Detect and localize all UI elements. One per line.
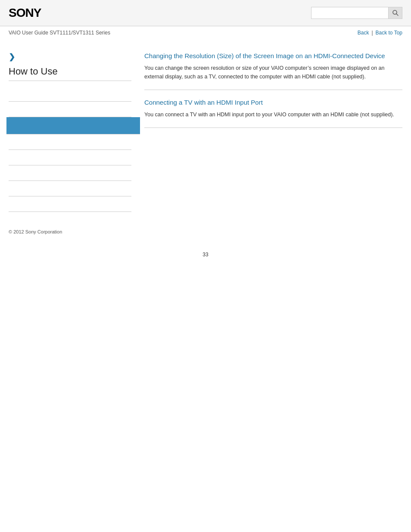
- article-1-description: You can change the screen resolution or …: [144, 64, 402, 90]
- content-area: Changing the Resolution (Size) of the Sc…: [140, 44, 402, 212]
- article-2-description: You can connect a TV with an HDMI input …: [144, 110, 402, 128]
- sidebar-item-4[interactable]: [9, 134, 131, 150]
- search-icon: [392, 9, 399, 16]
- sony-logo: SONY: [9, 6, 41, 20]
- search-input[interactable]: [311, 7, 389, 19]
- nav-right: Back | Back to Top: [358, 30, 402, 36]
- breadcrumb-arrow[interactable]: ❯: [9, 52, 131, 62]
- article-2: Connecting a TV with an HDMI Input Port …: [144, 99, 402, 128]
- back-to-top-link[interactable]: Back to Top: [376, 30, 402, 36]
- search-button[interactable]: [389, 7, 402, 19]
- back-link[interactable]: Back: [358, 30, 369, 36]
- article-1-title[interactable]: Changing the Resolution (Size) of the Sc…: [144, 52, 402, 59]
- sidebar-item-7[interactable]: [9, 181, 131, 196]
- page-number: 33: [0, 243, 411, 266]
- copyright: © 2012 Sony Corporation: [9, 229, 62, 234]
- search-container: [311, 7, 402, 19]
- back-to-top-label: Back to Top: [376, 30, 402, 36]
- sidebar-item-5[interactable]: [9, 150, 131, 165]
- section-title: How to Use: [9, 66, 131, 81]
- sidebar-item-6[interactable]: [9, 165, 131, 181]
- sidebar-item-8[interactable]: [9, 196, 131, 212]
- main-content: ❯ How to Use: [0, 39, 411, 221]
- article-2-title[interactable]: Connecting a TV with an HDMI Input Port: [144, 99, 402, 106]
- sidebar-item-2[interactable]: [9, 102, 131, 117]
- sidebar-item-3-active[interactable]: [6, 117, 140, 134]
- svg-line-1: [396, 14, 398, 16]
- sidebar: ❯ How to Use: [9, 44, 140, 212]
- guide-title: VAIO User Guide SVT1111/SVT1311 Series: [9, 30, 110, 36]
- footer: © 2012 Sony Corporation: [0, 221, 411, 243]
- sidebar-item-1[interactable]: [9, 86, 131, 102]
- page-header: SONY: [0, 0, 411, 26]
- nav-bar: VAIO User Guide SVT1111/SVT1311 Series B…: [0, 26, 411, 39]
- nav-separator: |: [371, 30, 373, 36]
- article-1: Changing the Resolution (Size) of the Sc…: [144, 52, 402, 90]
